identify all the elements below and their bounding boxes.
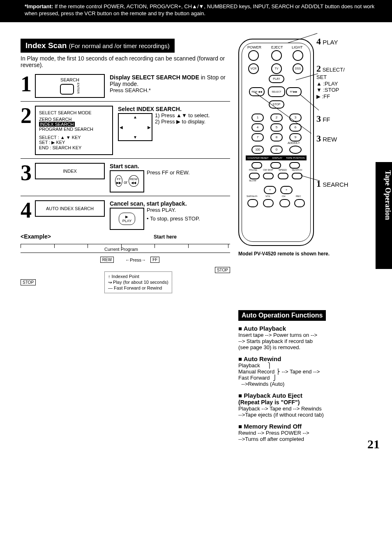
callout-ff: 3 FF — [316, 114, 330, 124]
callout-rew: 3 REW — [316, 133, 337, 144]
intro-text: In Play mode, the first 10 seconds of ea… — [21, 55, 230, 68]
step-2: 2 SELECT SEARCH MODE ZERO SEARCH INDEX S… — [21, 106, 230, 155]
model-note: Model PV-V4520 remote is shown here. — [238, 251, 345, 257]
banner-lead: *Important: — [25, 3, 53, 9]
tv-button: TV — [271, 63, 282, 74]
step-3: 3 INDEX Start scan. FF▶▶ or REW◀◀ Press … — [21, 163, 230, 192]
auto-functions-title: Auto Operation Functions — [238, 310, 326, 321]
step1-display: SEARCH ENTER — [35, 74, 105, 98]
divider — [21, 158, 230, 159]
step-1: 1 SEARCH ENTER Display SELECT SEARCH MOD… — [21, 74, 230, 98]
play-diagram: ▶PLAY — [110, 208, 144, 230]
step-number: 3 — [21, 163, 32, 183]
power-button — [248, 50, 259, 61]
banner-text: If the remote control POWER, ACTION, PRO… — [25, 3, 374, 16]
callout-select: 2 SELECT/ SET ▲ :PLAY ▼ :STOP ▶ :FF — [316, 63, 345, 100]
search-remote-button — [292, 173, 302, 179]
step3-display: INDEX — [35, 163, 105, 179]
page-number: 21 — [367, 437, 380, 451]
light-button — [293, 50, 303, 61]
dpad-mini-diagram: ▲ ▼ ▶ ◀ — [118, 113, 152, 141]
add-dlt-button — [289, 146, 302, 154]
auto-eject: Playback Auto Eject (Repeat Play is "OFF… — [238, 392, 357, 418]
memory-rewind-off: Memory Rewind Off Rewind --> Press POWER… — [238, 423, 357, 442]
remote-diagram: POWER EJECT LIGHT VCR TV DSS PLAY STOP R… — [238, 39, 314, 246]
example-block: <Example> Start here Current Program REW… — [21, 233, 230, 293]
step-number: 1 — [21, 74, 32, 94]
divider — [21, 196, 230, 196]
search-button-icon — [60, 84, 74, 95]
side-tab: Tape Operation — [376, 162, 392, 269]
section-title: Index Scan (For normal and /or timer rec… — [21, 39, 175, 53]
eject-button — [271, 50, 282, 61]
divider — [21, 101, 230, 102]
auto-rewind: Auto Rewind Playback ⎫ Manual Record ⎬ -… — [238, 355, 357, 387]
auto-playback: Auto Playback Insert tape --> Power turn… — [238, 325, 357, 350]
callout-play: 4 PLAY — [316, 36, 338, 47]
callout-search: 1 SEARCH — [316, 178, 348, 189]
ff-rew-diagram: FF▶▶ or REW◀◀ — [110, 170, 144, 192]
step-number: 2 — [21, 106, 32, 126]
step2-osd: SELECT SEARCH MODE ZERO SEARCH INDEX SEA… — [35, 106, 113, 155]
dss-button: DSS — [293, 63, 303, 74]
step-number: 4 — [21, 200, 32, 220]
example-timeline: Current Program REW ←Press→ FF STOP STOP… — [21, 244, 230, 293]
step4-display: AUTO INDEX SEARCH — [35, 200, 105, 217]
step-4: 4 AUTO INDEX SEARCH Cancel scan, start p… — [21, 200, 230, 230]
important-banner: *Important: If the remote control POWER,… — [0, 0, 392, 22]
dpad-cluster: PLAY STOP REW ◀◀ FF ▶▶ SELECT — [255, 77, 296, 106]
legend-box: ↑ Indexed Point ↝ Play (for about 10 sec… — [104, 271, 172, 293]
label-strip: COUNTER RESET DISPLAY TAPE POSITION — [246, 155, 307, 160]
vcr-button: VCR — [248, 63, 259, 74]
